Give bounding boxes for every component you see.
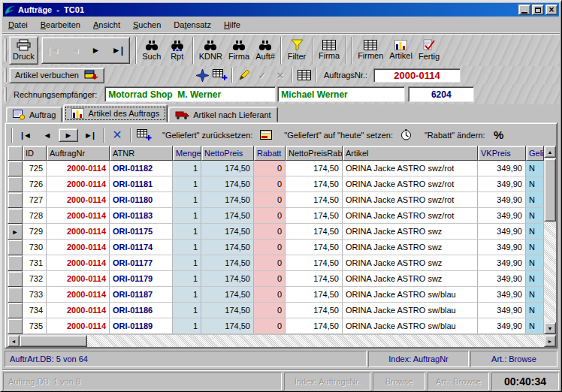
table-row[interactable]: 7332000-0114ORI-011871174,500174,50ORINA… (8, 287, 556, 303)
compass-navigate-button[interactable] (193, 68, 211, 83)
cell-artikel[interactable]: ORINA Jacke ASTRO swz (343, 271, 478, 287)
cell-vk[interactable]: 349,90 (478, 318, 526, 334)
cell-vk[interactable]: 349,90 (478, 192, 526, 208)
header-geliefert[interactable]: Geliefert (526, 146, 544, 161)
cell-vk[interactable]: 349,90 (478, 271, 526, 287)
cell-artikel[interactable]: ORINA Jacke ASTRO swz (343, 240, 478, 255)
toolbar-grip[interactable] (5, 38, 7, 62)
cell-id[interactable]: 727 (23, 192, 47, 208)
cell-id[interactable]: 730 (23, 240, 47, 255)
tab-artikel-des-auftrags[interactable]: Artikel des Auftrags (63, 104, 168, 122)
cell-nettorab[interactable]: 174,50 (286, 161, 343, 176)
scroll-down-button[interactable]: ▼ (544, 322, 556, 334)
cell-auftragnr[interactable]: 2000-0114 (47, 224, 110, 240)
horizontal-scroll-thumb[interactable] (20, 335, 87, 347)
cell-artikel[interactable]: ORINA Jacke ASTRO swz (343, 224, 478, 240)
cell-nettorab[interactable]: 174,50 (286, 240, 343, 255)
cell-netto[interactable]: 174,50 (201, 240, 254, 255)
cell-menge[interactable]: 1 (173, 287, 201, 303)
cell-netto[interactable]: 174,50 (201, 271, 254, 287)
toolbar-grip[interactable] (5, 87, 7, 101)
horizontal-scrollbar[interactable]: ◄ ► (8, 335, 556, 347)
header-id[interactable]: ID (23, 146, 47, 161)
cell-gel[interactable]: N (526, 287, 544, 303)
table-row[interactable]: 7272000-0114ORI-011801174,500174,50ORINA… (8, 192, 556, 208)
cell-netto[interactable]: 174,50 (201, 224, 254, 240)
tab-auftrag[interactable]: Auftrag (6, 107, 62, 122)
cell-atnr[interactable]: ORI-01174 (110, 240, 173, 255)
cell-atnr[interactable]: ORI-01182 (110, 161, 173, 176)
fertig-button[interactable]: Fertig (415, 36, 443, 65)
cell-nettorab[interactable]: 174,50 (286, 208, 343, 224)
cell-auftragnr[interactable]: 2000-0114 (47, 303, 110, 318)
cell-gel[interactable]: N (526, 271, 544, 287)
cell-artikel[interactable]: ORINA Jacke ASTRO swz/rot (343, 176, 478, 192)
cell-gel[interactable]: N (526, 161, 544, 176)
cell-gel[interactable]: N (526, 224, 544, 240)
previous-record-button[interactable]: ◄ (71, 45, 80, 56)
cell-nettorab[interactable]: 174,50 (286, 176, 343, 192)
geliefert-reset-button[interactable] (257, 128, 275, 143)
cell-menge[interactable]: 1 (173, 224, 201, 240)
table-row[interactable]: 7282000-0114ORI-011831174,500174,50ORINA… (8, 208, 556, 224)
vertical-scrollbar[interactable]: ▲ ▼ (544, 146, 556, 334)
cell-atnr[interactable]: ORI-01189 (110, 318, 173, 334)
such-button[interactable]: Such (139, 36, 165, 65)
cell-menge[interactable]: 1 (173, 161, 201, 176)
kdnr-search-button[interactable]: KDNR (196, 36, 225, 65)
cell-id[interactable]: 732 (23, 271, 47, 287)
recipient-company-field[interactable]: Motorrad Shop M. Werner (104, 86, 276, 102)
insert-article-button[interactable] (135, 128, 153, 143)
cell-nettorab[interactable]: 174,50 (286, 224, 343, 240)
grid-last-button[interactable]: ►| (80, 128, 99, 142)
cell-netto[interactable]: 174,50 (201, 318, 254, 334)
cell-nettorab[interactable]: 174,50 (286, 318, 343, 334)
cell-gel[interactable]: N (526, 318, 544, 334)
grid-first-button[interactable]: |◄ (17, 128, 36, 142)
cell-auftragnr[interactable]: 2000-0114 (47, 208, 110, 224)
cell-artikel[interactable]: ORINA Jacke ASTRO swz (343, 255, 478, 271)
firma-browse-button[interactable]: Firma (316, 36, 343, 65)
cell-menge[interactable]: 1 (173, 240, 201, 255)
cell-gel[interactable]: N (526, 255, 544, 271)
cell-atnr[interactable]: ORI-01177 (110, 255, 173, 271)
kdnr-field[interactable]: 6204 (408, 86, 474, 102)
header-auftragnr[interactable]: AuftragNr (47, 146, 110, 161)
cell-rabatt[interactable]: 0 (254, 240, 286, 255)
cell-gel[interactable]: N (526, 240, 544, 255)
row-selector[interactable] (8, 318, 23, 334)
table-row[interactable]: 7352000-0114ORI-011891174,500174,50ORINA… (8, 318, 556, 334)
row-selector[interactable] (8, 240, 23, 255)
cell-menge[interactable]: 1 (173, 303, 201, 318)
row-selector[interactable] (8, 287, 23, 303)
next-record-button[interactable]: ► (91, 45, 100, 56)
cell-gel[interactable]: N (526, 208, 544, 224)
cancel-x-button[interactable]: ✕ (271, 68, 289, 83)
cell-vk[interactable]: 349,90 (478, 287, 526, 303)
cell-vk[interactable]: 349,90 (478, 161, 526, 176)
maximize-button[interactable] (532, 5, 544, 15)
cell-menge[interactable]: 1 (173, 255, 201, 271)
cell-rabatt[interactable]: 0 (254, 192, 286, 208)
cell-netto[interactable]: 174,50 (201, 303, 254, 318)
cell-artikel[interactable]: ORINA Jacke ASTRO sw/blau (343, 303, 478, 318)
cell-menge[interactable]: 1 (173, 192, 201, 208)
cell-atnr[interactable]: ORI-01175 (110, 224, 173, 240)
filter-button[interactable]: Filter (284, 36, 310, 65)
menu-datei[interactable]: Datei (8, 20, 28, 29)
cell-rabatt[interactable]: 0 (254, 287, 286, 303)
browse-grid-button[interactable] (295, 68, 313, 83)
scroll-left-button[interactable]: ◄ (8, 335, 20, 347)
header-vkpreis[interactable]: VKPreis (478, 146, 526, 161)
artikel-button[interactable]: Artikel (386, 36, 415, 65)
menu-ansicht[interactable]: Ansicht (93, 20, 120, 29)
cell-rabatt[interactable]: 0 (254, 255, 286, 271)
cell-artikel[interactable]: ORINA Jacke ASTRO swz/rot (343, 161, 478, 176)
rpt-button[interactable]: Rpt (165, 36, 190, 65)
menu-suchen[interactable]: Suchen (133, 20, 161, 29)
firmen-button[interactable]: Firmen (355, 36, 386, 65)
cell-id[interactable]: 725 (23, 161, 47, 176)
cell-nettorab[interactable]: 174,50 (286, 303, 343, 318)
header-artikel[interactable]: Artikel (343, 146, 478, 161)
cell-vk[interactable]: 349,90 (478, 208, 526, 224)
